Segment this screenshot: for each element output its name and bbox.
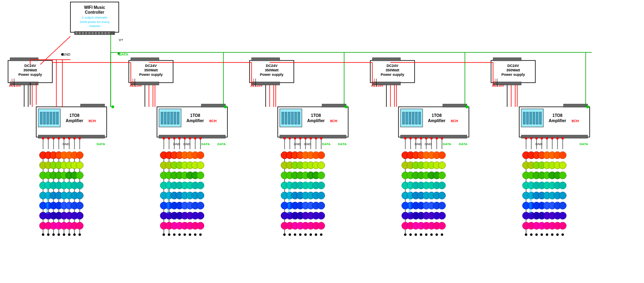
svg-rect-18 (107, 32, 110, 34)
svg-text:2048 pixels for every: 2048 pixels for every (80, 20, 109, 24)
svg-point-171 (118, 52, 120, 55)
svg-text:100 bulbs per string - 8CH: 100 bulbs per string - 8CH (287, 181, 291, 214)
svg-text:Amplifier: Amplifier (307, 119, 324, 123)
svg-point-616 (194, 233, 196, 236)
svg-text:DATA: DATA (97, 142, 105, 146)
svg-text:1TO8: 1TO8 (70, 113, 80, 118)
svg-rect-110 (409, 112, 411, 124)
svg-point-471 (438, 222, 446, 229)
svg-point-734 (420, 137, 422, 139)
svg-point-725 (294, 137, 296, 139)
svg-point-615 (189, 233, 191, 236)
svg-point-366 (318, 182, 325, 189)
svg-text:Amplifier: Amplifier (66, 119, 83, 123)
svg-point-358 (318, 172, 325, 179)
svg-text:GND: GND (304, 142, 311, 146)
svg-point-325 (197, 222, 204, 229)
svg-point-737 (436, 137, 438, 139)
svg-text:Amplifier: Amplifier (186, 119, 204, 123)
svg-point-704 (345, 106, 348, 108)
svg-point-741 (535, 137, 538, 139)
svg-point-633 (441, 233, 443, 236)
svg-point-628 (415, 233, 417, 236)
svg-point-220 (76, 192, 83, 199)
svg-text:GND: GND (183, 142, 190, 146)
svg-point-606 (63, 233, 65, 236)
svg-point-705 (466, 106, 469, 108)
svg-point-630 (425, 233, 427, 236)
svg-point-722 (199, 137, 202, 139)
svg-text:100 bulbs per string - 8CH: 100 bulbs per string - 8CH (408, 181, 411, 214)
svg-point-188 (76, 152, 83, 159)
svg-rect-12 (88, 32, 91, 34)
svg-point-710 (58, 137, 60, 139)
svg-point-718 (178, 137, 181, 139)
svg-rect-125 (523, 112, 525, 124)
svg-point-632 (436, 233, 438, 236)
svg-rect-129 (536, 112, 538, 124)
svg-point-631 (430, 233, 433, 236)
svg-point-738 (441, 137, 443, 139)
svg-point-350 (318, 162, 325, 169)
svg-point-728 (310, 137, 312, 139)
svg-point-712 (68, 137, 70, 139)
svg-text:DC24V: DC24V (145, 64, 157, 68)
svg-rect-109 (406, 112, 408, 124)
svg-rect-61 (47, 112, 49, 124)
svg-point-604 (52, 233, 55, 236)
svg-point-614 (184, 233, 186, 236)
svg-rect-113 (419, 112, 421, 124)
svg-point-244 (76, 222, 83, 229)
svg-rect-75 (164, 112, 166, 124)
svg-rect-93 (288, 112, 290, 124)
svg-text:350Watt: 350Watt (23, 68, 37, 72)
svg-point-727 (304, 137, 307, 139)
svg-point-623 (310, 233, 312, 236)
svg-point-620 (294, 233, 296, 236)
svg-text:DATA: DATA (443, 142, 451, 146)
svg-point-713 (73, 137, 76, 139)
svg-point-504 (559, 172, 566, 179)
svg-point-608 (73, 233, 76, 236)
svg-point-732 (409, 137, 412, 139)
svg-point-637 (541, 233, 543, 236)
svg-rect-69 (80, 104, 105, 107)
svg-rect-91 (282, 112, 284, 124)
svg-point-439 (438, 182, 446, 189)
svg-text:1TO8: 1TO8 (311, 113, 321, 118)
svg-text:8CH: 8CH (330, 119, 337, 123)
svg-point-342 (318, 152, 325, 159)
svg-rect-127 (530, 112, 532, 124)
svg-point-619 (289, 233, 291, 236)
svg-text:V+: V+ (119, 38, 123, 42)
svg-text:1TO8: 1TO8 (190, 113, 200, 118)
svg-point-447 (438, 192, 446, 199)
svg-text:350Watt: 350Watt (265, 68, 279, 72)
svg-point-641 (561, 233, 564, 236)
svg-rect-14 (95, 32, 97, 34)
svg-rect-62 (50, 112, 52, 124)
svg-text:DATA: DATA (119, 52, 128, 56)
svg-text:DC24V: DC24V (386, 64, 398, 68)
svg-rect-0 (0, 0, 644, 283)
svg-rect-33 (131, 58, 159, 61)
svg-point-398 (318, 222, 325, 229)
diagram-container: WIFI Music Controller 2 output channels … (0, 0, 644, 283)
svg-point-544 (559, 222, 566, 229)
svg-rect-112 (415, 112, 417, 124)
svg-point-736 (430, 137, 433, 139)
svg-point-731 (404, 137, 407, 139)
wiring-diagram: WIFI Music Controller 2 output channels … (0, 0, 644, 283)
svg-text:DATA: DATA (580, 142, 588, 146)
svg-text:350Watt: 350Watt (386, 68, 399, 72)
svg-rect-78 (174, 112, 176, 124)
svg-text:DC24V: DC24V (266, 64, 277, 68)
svg-point-431 (438, 172, 446, 179)
svg-point-638 (546, 233, 548, 236)
svg-rect-63 (53, 112, 55, 124)
svg-point-746 (561, 137, 564, 139)
svg-point-703 (224, 106, 227, 108)
svg-rect-76 (167, 112, 169, 124)
svg-point-640 (556, 233, 559, 236)
svg-point-622 (304, 233, 307, 236)
